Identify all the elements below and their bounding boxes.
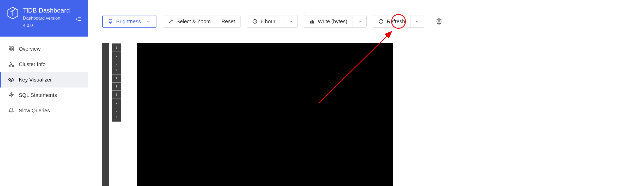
sidebar-item-overview[interactable]: Overview (0, 41, 88, 57)
bar-chart-icon (309, 19, 315, 24)
chevron-down-icon (357, 19, 362, 24)
visualizer-wrap: ⋮ ⋮ ⋮ ⋮ ⋮ ⋮ ⋮ ⋮ ⋮ ⋮ (102, 43, 629, 186)
app-subtitle-line1: Dashboard version (23, 15, 70, 21)
svg-rect-9 (12, 49, 13, 51)
svg-rect-6 (9, 47, 11, 48)
svg-line-18 (169, 20, 172, 23)
tick-cell: ⋮ (112, 43, 121, 51)
metric-value[interactable]: Write (bytes) (304, 15, 353, 27)
time-range-chevron[interactable] (284, 15, 297, 27)
toolbar: Brightness Select & Zoom Reset (88, 0, 644, 28)
bolt-icon (8, 92, 14, 98)
eye-icon (8, 77, 14, 83)
sidebar-nav: Overview Cluster Info Key Visualizer SQL… (0, 37, 88, 118)
svg-point-16 (10, 79, 12, 80)
reset-button[interactable]: Reset (216, 15, 240, 27)
tick-cell: ⋮ (112, 114, 121, 122)
sidebar-item-label: SQL Statements (19, 92, 57, 98)
bell-icon (8, 108, 14, 113)
chevron-down-icon (415, 19, 420, 24)
svg-rect-21 (311, 21, 311, 23)
refresh-group: Refresh (373, 15, 424, 28)
menu-collapse-icon[interactable] (76, 16, 81, 22)
metric-label: Write (bytes) (318, 19, 347, 25)
track-column (102, 43, 109, 186)
sidebar-item-sql-statements[interactable]: SQL Statements (0, 88, 88, 103)
time-range-label: 6 hour (261, 19, 276, 25)
refresh-chevron[interactable] (410, 15, 424, 27)
metric-select[interactable]: Write (bytes) (304, 15, 367, 28)
brightness-button[interactable]: Brightness (102, 15, 156, 28)
sidebar-item-label: Overview (19, 46, 40, 52)
brightness-label: Brightness (116, 19, 141, 25)
header-texts: TiDB Dashboard Dashboard version 4.0.0 (23, 7, 70, 29)
sidebar-item-label: Key Visualizer (19, 77, 52, 83)
tick-cell: ⋮ (112, 106, 121, 114)
time-range-select[interactable]: 6 hour (247, 15, 298, 28)
tick-cell: ⋮ (112, 51, 121, 59)
sidebar-item-key-visualizer[interactable]: Key Visualizer (0, 72, 88, 88)
tidb-logo-icon (7, 7, 18, 19)
settings-button[interactable] (433, 15, 445, 28)
refresh-button[interactable]: Refresh (373, 15, 410, 27)
zoom-reset-group: Select & Zoom Reset (163, 15, 241, 28)
gear-icon (436, 18, 442, 25)
time-range-value[interactable]: 6 hour (247, 15, 284, 27)
sidebar-item-label: Slow Queries (19, 108, 50, 114)
tick-cell: ⋮ (112, 67, 121, 75)
svg-marker-17 (9, 93, 14, 97)
gap (124, 43, 134, 186)
sidebar-header: TiDB Dashboard Dashboard version 4.0.0 (0, 0, 88, 37)
expand-arrows-icon (168, 19, 173, 24)
svg-rect-8 (9, 49, 11, 51)
tick-cell: ⋮ (112, 59, 121, 67)
tick-cell: ⋮ (112, 90, 121, 98)
grid-icon (8, 46, 14, 52)
visualizer-content: ⋮ ⋮ ⋮ ⋮ ⋮ ⋮ ⋮ ⋮ ⋮ ⋮ (88, 28, 644, 186)
topology-icon (8, 61, 14, 67)
svg-rect-23 (313, 22, 314, 23)
chevron-down-icon (288, 19, 293, 24)
reload-icon (378, 19, 384, 24)
select-zoom-button[interactable]: Select & Zoom (163, 15, 216, 27)
ticks-column: ⋮ ⋮ ⋮ ⋮ ⋮ ⋮ ⋮ ⋮ ⋮ ⋮ (112, 43, 121, 186)
svg-rect-22 (312, 20, 313, 23)
app-title: TiDB Dashboard (23, 7, 70, 14)
main-content: Brightness Select & Zoom Reset (88, 0, 644, 186)
refresh-label: Refresh (387, 19, 405, 25)
select-zoom-label: Select & Zoom (177, 19, 211, 25)
svg-rect-7 (12, 47, 13, 48)
chevron-down-icon (146, 19, 151, 24)
app-subtitle-line2: 4.0.0 (23, 22, 70, 29)
tick-cell: ⋮ (112, 75, 121, 83)
sidebar-item-label: Cluster Info (19, 61, 45, 67)
sidebar: TiDB Dashboard Dashboard version 4.0.0 O… (0, 0, 88, 186)
svg-point-24 (438, 21, 440, 22)
tick-cell: ⋮ (112, 83, 121, 90)
bulb-icon (108, 19, 113, 24)
sidebar-item-slow-queries[interactable]: Slow Queries (0, 103, 88, 118)
sidebar-item-cluster-info[interactable]: Cluster Info (0, 57, 88, 72)
metric-chevron[interactable] (353, 15, 366, 27)
reset-label: Reset (221, 19, 235, 25)
svg-rect-11 (9, 66, 10, 67)
tick-cell: ⋮ (112, 98, 121, 106)
svg-rect-10 (10, 62, 12, 63)
svg-rect-12 (12, 66, 14, 67)
heatmap-canvas[interactable] (137, 43, 393, 186)
clock-icon (252, 19, 257, 24)
app-root: TiDB Dashboard Dashboard version 4.0.0 O… (0, 0, 644, 186)
